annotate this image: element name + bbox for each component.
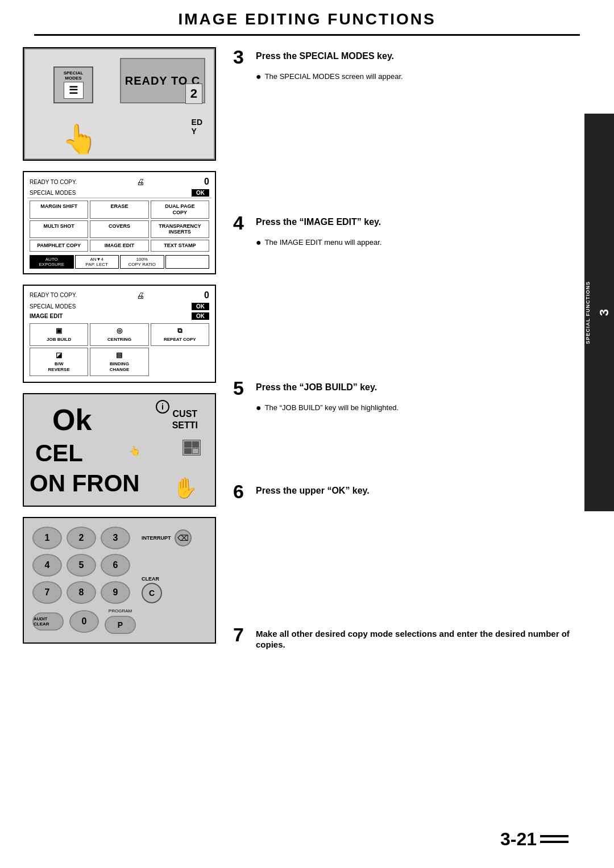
audit-clear-btn[interactable]: AUDIT CLEAR [32, 612, 64, 631]
page-number-area: 3-21 [500, 827, 569, 851]
step-3-body: ● The SPECIAL MODES screen will appear. [233, 71, 580, 82]
copy-ratio-btn[interactable]: 100%COPY RATIO [120, 255, 164, 269]
chapter-side-tab: CHAPTER 3 SPECIAL FUNCTIONS Image editin… [584, 114, 614, 511]
paper-select-btn[interactable]: AN▼4PAP. LECT [75, 255, 119, 269]
dual-page-copy-btn[interactable]: DUAL PAGECOPY [151, 201, 209, 219]
left-column: READY TO C SPECIALMODES ☰ 👆 2 EDY READY [23, 47, 216, 672]
step-4-section: 4 Press the “IMAGE EDIT” key. ● The IMAG… [233, 213, 580, 248]
panel-special-modes: READY TO C SPECIALMODES ☰ 👆 2 EDY [23, 47, 216, 161]
text-stamp-btn[interactable]: TEXT STAMP [151, 240, 209, 252]
special-modes-text: SPECIALMODES [64, 71, 84, 81]
screen-ok-btn1[interactable]: OK [192, 189, 209, 197]
key-8[interactable]: 8 [67, 581, 96, 604]
ok-big-label: Ok [52, 403, 92, 437]
cust-sett-label: CUSTSETTI [172, 408, 198, 430]
finger-ok-icon2: ✋ [173, 477, 198, 500]
transparency-inserts-btn[interactable]: TRANSPARENCYINSERTS [151, 220, 209, 239]
margin-shift-btn[interactable]: MARGIN SHIFT [30, 201, 88, 219]
screen-grid1: MARGIN SHIFT ERASE DUAL PAGECOPY MULTI S… [27, 198, 211, 254]
key-0[interactable]: 0 [69, 610, 99, 633]
bw-reverse-btn[interactable]: ◪ B/WREVERSE [30, 348, 88, 376]
clear-btn[interactable]: C [142, 583, 162, 603]
job-build-btn[interactable]: ▣ JOB BUILD [30, 323, 88, 346]
key-6[interactable]: 6 [101, 554, 130, 577]
step-7-header: 7 Make all other desired copy mode selec… [233, 625, 580, 650]
step-3-section: 3 Press the SPECIAL MODES key. ● The SPE… [233, 47, 580, 82]
key-9[interactable]: 9 [101, 581, 130, 604]
bullet-dot-5: ● [256, 402, 262, 413]
finger-icon: 👆 [62, 123, 97, 156]
pamphlet-copy-btn[interactable]: PAMPHLET COPY [30, 240, 88, 252]
page-title: IMAGE EDITING FUNCTIONS [34, 10, 580, 28]
step-6-number: 6 [233, 482, 250, 501]
binding-change-btn[interactable]: ▤ BINDINGCHANGE [90, 348, 148, 376]
image-edit-btn[interactable]: IMAGE EDIT [90, 240, 148, 252]
repeat-copy-label: REPEAT COPY [164, 337, 196, 343]
auto-exposure-btn[interactable]: AUTOEXPOSURE [30, 255, 74, 269]
step-4-header: 4 Press the “IMAGE EDIT” key. [233, 213, 580, 232]
step-3-bullet-text: The SPECIAL MODES screen will appear. [265, 71, 403, 82]
step-5-bullet: ● The “JOB BUILD” key will be highlighte… [256, 402, 580, 414]
keypad-right-area: INTERRUPT ⌫ CLEAR C [142, 527, 192, 634]
job-build-label: JOB BUILD [47, 337, 71, 343]
bw-reverse-label: B/WREVERSE [48, 361, 70, 373]
screen-status-text2: READY TO COPY. [30, 292, 77, 298]
image-editing-label: Image editing functions [574, 277, 581, 348]
step-5-header: 5 Press the “JOB BUILD” key. [233, 378, 580, 398]
image-edit-label: IMAGE EDIT [30, 313, 63, 319]
screen-ok-btn3[interactable]: OK [192, 312, 209, 320]
p-key-label: P [118, 620, 123, 629]
centring-icon: ◎ [117, 327, 122, 336]
erase-btn[interactable]: ERASE [90, 201, 148, 219]
covers-btn[interactable]: COVERS [90, 220, 148, 239]
centring-label: CENTRING [107, 337, 131, 343]
special-modes-button-image: SPECIALMODES ☰ [53, 66, 93, 103]
centring-btn[interactable]: ◎ CENTRING [90, 323, 148, 346]
program-btn[interactable]: P [105, 616, 136, 634]
page-decorative-lines [540, 827, 569, 851]
clear-area: CLEAR C [142, 573, 192, 603]
key-5[interactable]: 5 [67, 554, 96, 577]
screen-special-modes: READY TO COPY. 🖨 0 SPECIAL MODES OK MARG… [23, 171, 216, 274]
audit-clear-label: AUDIT CLEAR [34, 616, 63, 627]
content-area: READY TO C SPECIALMODES ☰ 👆 2 EDY READY [0, 36, 614, 683]
key-7[interactable]: 7 [32, 581, 62, 604]
step-3-title: Press the SPECIAL MODES key. [256, 47, 394, 62]
keypad-main: 1 2 3 4 5 6 7 8 9 AUDIT CLEAR [32, 527, 206, 634]
chapter-number: 3 [596, 308, 613, 316]
screen-ok-btn2[interactable]: OK [192, 303, 209, 310]
step-5-title: Press the “JOB BUILD” key. [256, 378, 377, 394]
binding-icon: ▤ [116, 351, 122, 360]
screen-status-row1: READY TO COPY. 🖨 0 [27, 176, 211, 188]
repeat-copy-btn[interactable]: ⧉ REPEAT COPY [151, 323, 209, 346]
program-area: PROGRAM P [105, 608, 136, 634]
step-4-title: Press the “IMAGE EDIT” key. [256, 213, 381, 228]
empty-cell [165, 255, 210, 269]
key-1[interactable]: 1 [32, 527, 62, 549]
special-modes-screen-label: SPECIAL MODES [30, 190, 76, 196]
page-number: 3-21 [500, 829, 537, 850]
step-5-number: 5 [233, 378, 250, 398]
bw-reverse-icon: ◪ [56, 351, 62, 360]
step-5-body: ● The “JOB BUILD” key will be highlighte… [233, 402, 580, 414]
page-line-2 [540, 841, 569, 843]
interrupt-label: INTERRUPT [142, 535, 171, 541]
step-4-bullet-text: The IMAGE EDIT menu will appear. [265, 237, 382, 248]
key-3[interactable]: 3 [101, 527, 130, 549]
screen-zero-display2: 0 [204, 290, 209, 301]
multi-shot-btn[interactable]: MULTI SHOT [30, 220, 88, 239]
screen-special-modes-row: SPECIAL MODES OK [27, 188, 211, 198]
interrupt-btn[interactable]: ⌫ [175, 529, 192, 546]
step-3-header: 3 Press the SPECIAL MODES key. [233, 47, 580, 66]
key-4[interactable]: 4 [32, 554, 62, 577]
step-3-bullet: ● The SPECIAL MODES screen will appear. [256, 71, 580, 82]
right-column: 3 Press the SPECIAL MODES key. ● The SPE… [216, 47, 580, 672]
special-functions-label: SPECIAL FUNCTIONS [585, 281, 592, 344]
keypad-keys-area: 1 2 3 4 5 6 7 8 9 AUDIT CLEAR [32, 527, 136, 634]
ed-label: EDY [192, 118, 202, 136]
job-build-icon: ▣ [56, 327, 62, 336]
step-6-title: Press the upper “OK” key. [256, 482, 370, 497]
panel-ok-screen: Ok i CUSTSETTI CEL 👆 ON FRON ✋ [23, 393, 216, 507]
key-2[interactable]: 2 [67, 527, 96, 549]
bullet-dot-3: ● [256, 71, 262, 82]
